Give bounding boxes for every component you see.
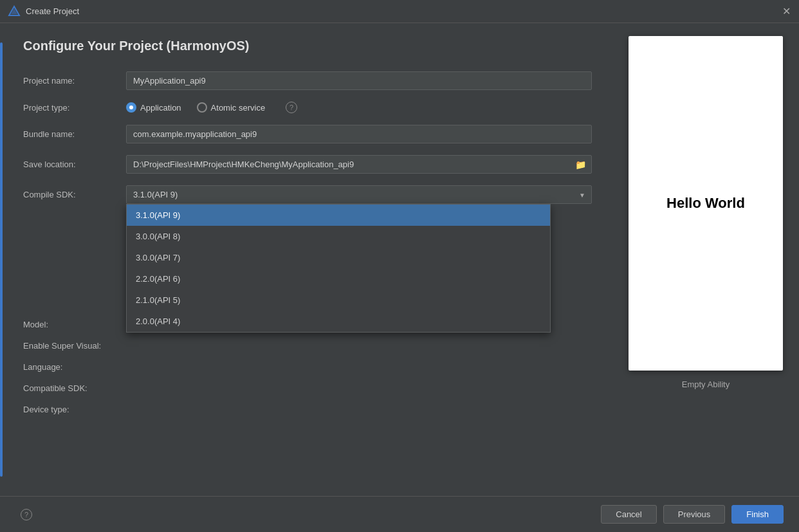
finish-button[interactable]: Finish (731, 505, 784, 524)
right-panel: Hello World Empty Ability (612, 23, 799, 496)
compile-sdk-control: 3.1.0(API 9) ▼ 3.1.0(API 9) 3.0.0(API 8)… (126, 185, 592, 204)
device-type-row: Device type: (23, 405, 592, 414)
atomic-label: Atomic service (211, 103, 266, 113)
project-type-row: Project type: Application Atomic service… (23, 102, 592, 113)
compile-sdk-label: Compile SDK: (23, 190, 126, 199)
dropdown-item-3[interactable]: 2.2.0(API 6) (127, 268, 550, 289)
dropdown-item-4[interactable]: 2.1.0(API 5) (127, 289, 550, 311)
enable-super-visual-label: Enable Super Visual: (23, 341, 126, 351)
atomic-radio[interactable] (197, 102, 207, 113)
application-label: Application (140, 103, 181, 113)
save-location-input-wrap: 📁 (126, 155, 592, 174)
application-radio[interactable] (126, 102, 136, 113)
save-location-input[interactable] (127, 156, 570, 173)
project-type-application[interactable]: Application (126, 102, 181, 113)
close-button[interactable]: ✕ (781, 6, 791, 17)
preview-card: Hello World (629, 36, 783, 371)
create-project-dialog: Create Project ✕ Configure Your Project … (0, 0, 799, 532)
left-panel: Configure Your Project (HarmonyOS) Proje… (3, 23, 612, 496)
footer-help-icon[interactable]: ? (21, 509, 32, 520)
project-name-label: Project name: (23, 76, 126, 86)
compile-sdk-row: Compile SDK: 3.1.0(API 9) ▼ 3.1.0(API 9)… (23, 185, 592, 204)
browse-folder-button[interactable]: 📁 (570, 157, 591, 172)
title-bar: Create Project ✕ (0, 0, 799, 23)
dropdown-item-1[interactable]: 3.0.0(API 8) (127, 226, 550, 247)
dialog-footer: ? Cancel Previous Finish (0, 496, 799, 532)
dropdown-item-5[interactable]: 2.0.0(API 4) (127, 311, 550, 332)
bundle-name-input[interactable] (126, 125, 592, 143)
model-label: Model: (23, 320, 126, 329)
sdk-dropdown: 3.1.0(API 9) 3.0.0(API 8) 3.0.0(API 7) 2… (126, 204, 551, 333)
bundle-name-control (126, 125, 592, 143)
enable-super-visual-row: Enable Super Visual: (23, 341, 592, 351)
project-name-control (126, 71, 592, 90)
compile-sdk-select[interactable]: 3.1.0(API 9) (126, 185, 592, 204)
dialog-body: Configure Your Project (HarmonyOS) Proje… (0, 23, 799, 496)
project-type-control: Application Atomic service ? (126, 102, 592, 113)
save-location-label: Save location: (23, 160, 126, 169)
preview-template-label: Empty Ability (682, 380, 730, 389)
compatible-sdk-row: Compatible SDK: (23, 383, 592, 393)
project-type-atomic[interactable]: Atomic service (197, 102, 266, 113)
compatible-sdk-label: Compatible SDK: (23, 383, 126, 393)
dialog-title: Create Project (26, 6, 781, 16)
device-type-label: Device type: (23, 405, 126, 414)
app-logo-icon (8, 5, 21, 18)
save-location-row: Save location: 📁 (23, 155, 592, 174)
language-row: Language: (23, 362, 592, 372)
dropdown-item-0[interactable]: 3.1.0(API 9) (127, 205, 550, 226)
preview-hello-world: Hello World (666, 195, 745, 212)
footer-left: ? (15, 509, 32, 520)
previous-button[interactable]: Previous (663, 505, 726, 524)
page-title: Configure Your Project (HarmonyOS) (23, 39, 592, 53)
project-type-label: Project type: (23, 103, 126, 113)
bundle-name-row: Bundle name: (23, 125, 592, 143)
project-type-help-icon[interactable]: ? (286, 102, 297, 113)
language-label: Language: (23, 362, 126, 372)
bundle-name-label: Bundle name: (23, 129, 126, 139)
save-location-control: 📁 (126, 155, 592, 174)
cancel-button[interactable]: Cancel (601, 505, 656, 524)
footer-right: Cancel Previous Finish (601, 505, 784, 524)
dropdown-item-2[interactable]: 3.0.0(API 7) (127, 247, 550, 268)
project-name-input[interactable] (126, 71, 592, 90)
project-name-row: Project name: (23, 71, 592, 90)
